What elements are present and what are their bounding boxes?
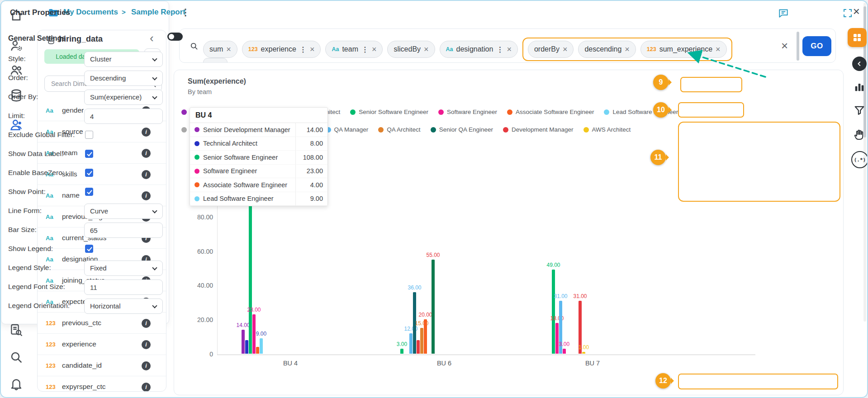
bar[interactable] [417,340,420,354]
legend-dot [194,155,199,160]
bar[interactable] [242,330,245,354]
bar-slot: 3.00 [400,349,403,354]
query-mode-toggle[interactable] [167,33,183,41]
props-row-exclude-global-filter: Exclude Global Filter: [1,126,169,145]
bar[interactable] [256,347,259,354]
regex-icon[interactable]: (.*) [851,151,868,168]
bar[interactable] [400,349,403,354]
x-axis-line [217,355,755,355]
chevron-down-icon [152,265,157,270]
bar-data-label: 9.00 [256,331,266,337]
tooltip-row: Associate Software Engineer4.00 [190,178,327,192]
notifications-icon[interactable] [9,376,24,391]
tooltip-series-name: Software Engineer [203,167,257,175]
props-checkbox-exclude-global-filter[interactable] [85,131,93,139]
annotation-badge-12: 12 [655,373,671,389]
collapse-panel-icon[interactable]: ‹ [150,31,154,45]
chevron-down-icon [152,94,157,99]
field-row-candidate-id[interactable]: 123candidate_idi [38,355,166,376]
report-menu-icon[interactable]: ⋮ [181,7,190,18]
general-settings-section-title: General Settings [8,34,66,43]
props-row-show-point: Show Point: [1,183,169,202]
bar-slot: 9.00 [260,338,263,354]
tooltip-series-name: Lead Software Engineer [203,195,274,202]
bar-slot: 1.00 [582,352,585,354]
dashboard-grid-button[interactable] [848,28,867,47]
props-select-legend-orientation[interactable]: Horizontal [84,298,163,314]
field-row-previous-ctc[interactable]: 123previous_ctci [38,313,166,334]
legend-dot [194,196,199,201]
bar[interactable] [260,338,263,354]
field-row-expyrsper-ctc[interactable]: 123expyrsper_ctci [38,376,166,392]
bar[interactable] [420,328,423,354]
props-checkbox-show-point[interactable] [85,188,93,196]
info-icon[interactable]: i [142,361,151,370]
props-select-order-by[interactable]: Sum(experience) [84,90,163,105]
legend-dot [194,141,199,146]
chart-properties-panel: Chart Properties × General Settings Styl… [1,1,169,324]
bar-slot: 20.00 [424,319,427,354]
tooltip-row: Lead Software Engineer9.00 [190,192,327,206]
bar[interactable] [409,333,413,354]
app-window: My Documents > Sample Report ⋮ hiring_da… [0,0,868,398]
info-icon[interactable]: i [142,383,151,392]
bar-slot: 18.00 [555,323,559,354]
bar-data-label: 3.00 [397,341,407,347]
breadcrumb-root[interactable]: My Documents [63,8,118,17]
props-label: Line Form: [8,207,42,215]
bar[interactable] [582,352,585,354]
breadcrumb-current[interactable]: Sample Report [131,8,185,17]
hand-tool-icon[interactable] [853,128,866,141]
props-row-order-by: Order By:Sum(experience) [1,88,169,107]
props-input-limit[interactable] [84,109,163,124]
chat-icon[interactable] [778,7,789,19]
props-select-legend-style[interactable]: Fixed [84,261,163,276]
info-icon[interactable]: i [142,319,151,328]
bar[interactable] [563,349,566,354]
report-search-icon[interactable] [9,323,24,337]
tooltip-series: Associate Software Engineer [190,178,296,192]
bar[interactable] [555,323,559,354]
props-select-style[interactable]: Cluster [84,52,163,67]
bar[interactable] [252,314,256,354]
field-row-experience[interactable]: 123experiencei [38,334,166,355]
props-row-limit: Limit: [1,107,169,126]
chevron-down-icon [152,75,157,80]
tooltip-row: Senior Development Manager14.00 [190,123,327,137]
bar-slot: 14.00 [242,330,245,354]
props-row-show-data-label: Show Data Label: [1,145,169,164]
props-label: Order By: [8,93,38,101]
props-input-bar-size[interactable] [84,223,163,238]
props-label: Legend Style: [8,264,51,272]
field-type-badge: 123 [46,341,62,348]
fullscreen-icon[interactable] [842,8,853,19]
props-input-legend-font-size[interactable] [84,280,163,295]
search-icon[interactable] [9,350,24,365]
back-icon[interactable] [852,57,867,71]
panel-title: Chart Properties [10,8,70,17]
field-type-badge: 123 [46,320,62,327]
bar-data-label: 14.00 [236,322,250,328]
tooltip-rows: Senior Development Manager14.00Technical… [190,123,327,206]
bar[interactable] [245,340,248,354]
bar[interactable] [424,319,427,354]
props-select-order[interactable]: Descending [84,71,163,86]
props-label: Legend Orientation: [8,302,70,310]
props-label: Show Legend: [8,245,53,253]
chart-type-icon[interactable] [853,81,866,93]
info-icon[interactable]: i [142,340,151,349]
props-select-line-form[interactable]: Curve [84,204,163,219]
select-value: Horizontal [90,302,121,310]
tooltip-value: 23.00 [296,165,327,178]
props-checkbox-enable-basezero[interactable] [85,169,93,177]
bar-data-label: 3.00 [559,341,569,347]
filter-icon[interactable] [853,104,866,117]
props-row-bar-size: Bar Size: [1,221,169,240]
props-checkbox-show-legend[interactable] [85,245,93,253]
tooltip-series: Lead Software Engineer [190,192,296,206]
props-rows: Style:ClusterOrder:DescendingOrder By:Su… [1,50,169,316]
props-checkbox-show-data-label[interactable] [85,150,93,158]
breadcrumb-separator: > [122,8,126,16]
field-name: previous_ctc [62,319,101,327]
field-name: candidate_id [62,361,102,370]
